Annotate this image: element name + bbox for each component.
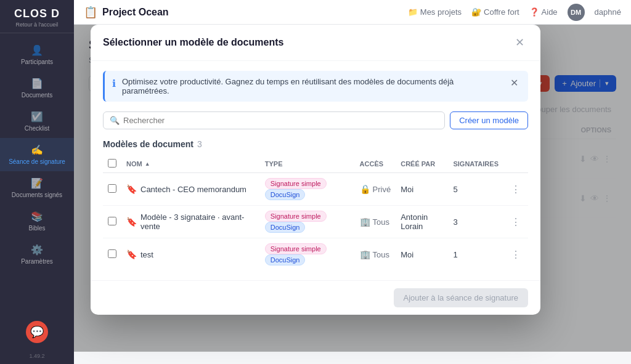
sig-badge-0: Signature simple — [265, 178, 327, 189]
sidebar-item-bibles[interactable]: 📚 Bibles — [0, 204, 74, 238]
documents-icon: 📄 — [31, 78, 43, 89]
sidebar-item-label: Bibles — [28, 225, 45, 232]
modal-overlay: Sélectionner un modèle de documents ✕ ℹ … — [74, 25, 631, 352]
col-check — [103, 155, 121, 173]
access-icon-2: 🏢 — [360, 249, 370, 259]
modal-header: Sélectionner un modèle de documents ✕ — [91, 25, 540, 61]
model-name-1: Modèle - 3 signataire · avant-vente — [140, 212, 255, 231]
sidebar-logo[interactable]: CLOS D Retour à l'accueil — [0, 0, 74, 33]
sig-badge-2: Signature simple — [265, 243, 327, 254]
logo-back-label[interactable]: Retour à l'accueil — [6, 22, 68, 28]
modal-search-box[interactable]: 🔍 — [103, 111, 445, 129]
sidebar-item-documents[interactable]: 📄 Documents — [0, 71, 74, 105]
modal-title: Sélectionner un modèle de documents — [103, 37, 283, 48]
access-label-2: Tous — [373, 250, 389, 259]
info-banner-close-button[interactable]: ✕ — [508, 77, 521, 89]
models-count: 3 — [197, 139, 202, 149]
row-more-button-2[interactable]: ⋮ — [508, 248, 523, 261]
modal-search-icon: 🔍 — [110, 116, 120, 125]
access-cell-1: 🏢 Tous — [360, 217, 391, 227]
col-signataires-header: SIGNATAIRES — [448, 155, 503, 173]
table-row: 🔖 Modèle - 3 signataire · avant-vente Si… — [103, 206, 528, 238]
table-row: 🔖 test Signature simple DocuSign 🏢 Tous … — [103, 238, 528, 271]
documents-signes-icon: 📝 — [31, 177, 43, 189]
access-icon-1: 🏢 — [360, 217, 370, 227]
project-title: Project Ocean — [102, 7, 169, 18]
row-more-button-1[interactable]: ⋮ — [508, 216, 523, 229]
sig-badge-1: Signature simple — [265, 211, 327, 222]
row-checkbox-0[interactable] — [108, 184, 116, 193]
sidebar: CLOS D Retour à l'accueil 👤 Participants… — [0, 0, 74, 364]
cree-par-1: Antonin Lorain — [396, 206, 448, 238]
table-row: 🔖 Cantech - CEO memorandum Signature sim… — [103, 173, 528, 206]
info-banner-text: Optimisez votre productivité. Gagnez du … — [122, 77, 502, 95]
topbar-right: 📁 Mes projets 🔐 Coffre fort ❓ Aide DM da… — [408, 4, 621, 21]
bibles-icon: 📚 — [31, 211, 43, 222]
logo-text: CLOS D — [6, 7, 68, 20]
sidebar-item-label: Documents signés — [12, 192, 62, 198]
ds-badge-1: DocuSign — [265, 222, 306, 233]
sidebar-item-participants[interactable]: 👤 Participants — [0, 38, 74, 71]
access-label-1: Tous — [373, 217, 389, 227]
modal-search-input[interactable] — [123, 116, 438, 125]
user-name-label[interactable]: daphné — [595, 7, 621, 17]
ds-badge-0: DocuSign — [265, 189, 306, 200]
chat-button[interactable]: 💬 — [26, 321, 48, 343]
access-icon-0: 🔒 — [360, 184, 370, 194]
sidebar-item-parametres[interactable]: ⚙️ Paramètres — [0, 238, 74, 271]
access-cell-2: 🏢 Tous — [360, 249, 391, 259]
main-content: 📋 Project Ocean 📁 Mes projets 🔐 Coffre f… — [74, 0, 631, 364]
col-cree-par-header: CRÉÉ PAR — [396, 155, 448, 173]
select-all-checkbox[interactable] — [108, 159, 116, 168]
sidebar-item-label: Checklist — [25, 125, 50, 132]
sidebar-item-documents-signes[interactable]: 📝 Documents signés — [0, 171, 74, 204]
models-table-body: 🔖 Cantech - CEO memorandum Signature sim… — [103, 173, 528, 271]
models-section-title: Modèles de document 3 — [103, 139, 528, 149]
model-name-2: test — [140, 250, 153, 259]
access-label-0: Privé — [373, 185, 391, 194]
signataires-0: 5 — [448, 173, 503, 206]
topbar-left: 📋 Project Ocean — [84, 6, 401, 19]
sidebar-item-label: Paramètres — [21, 258, 53, 265]
col-acces-header: ACCÈS — [355, 155, 396, 173]
version-label: 1.49.2 — [24, 348, 49, 364]
sidebar-item-checklist[interactable]: ☑️ Checklist — [0, 105, 74, 138]
ds-badge-2: DocuSign — [265, 254, 306, 265]
coffre-fort-link[interactable]: 🔐 Coffre fort — [471, 7, 519, 17]
aide-icon: ❓ — [529, 7, 539, 17]
modal-footer: Ajouter à la séance de signature — [91, 280, 540, 315]
user-avatar[interactable]: DM — [568, 4, 585, 21]
topbar: 📋 Project Ocean 📁 Mes projets 🔐 Coffre f… — [74, 0, 631, 25]
table-header-row: NOM ▲ TYPE ACCÈS CRÉÉ PAR SIGNATAIRES — [103, 155, 528, 173]
sort-icon: ▲ — [145, 161, 150, 167]
row-more-button-0[interactable]: ⋮ — [508, 183, 523, 196]
info-banner: ℹ Optimisez votre productivité. Gagnez d… — [103, 71, 528, 102]
mes-projets-link[interactable]: 📁 Mes projets — [408, 7, 462, 17]
page-content: Séance de signature Signez rapidement et… — [74, 25, 631, 364]
row-checkbox-2[interactable] — [108, 249, 116, 258]
modal-close-button[interactable]: ✕ — [511, 34, 528, 51]
cree-par-2: Moi — [396, 238, 448, 271]
add-to-session-button[interactable]: Ajouter à la séance de signature — [394, 288, 528, 307]
seance-signature-icon: ✍️ — [31, 144, 43, 156]
sidebar-item-label: Participants — [21, 59, 53, 65]
sidebar-nav: 👤 Participants 📄 Documents ☑️ Checklist … — [0, 33, 74, 316]
participants-icon: 👤 — [31, 44, 43, 56]
coffre-fort-icon: 🔐 — [471, 7, 481, 17]
aide-link[interactable]: ❓ Aide — [529, 7, 558, 17]
model-name-0: Cantech - CEO memorandum — [140, 185, 246, 194]
nom-header-text: NOM — [126, 160, 142, 168]
create-model-button[interactable]: Créer un modèle — [450, 111, 528, 129]
sidebar-item-label: Documents — [22, 92, 53, 99]
modal-search-row: 🔍 Créer un modèle — [103, 111, 528, 129]
col-actions-header — [503, 155, 528, 173]
sidebar-item-seance-signature[interactable]: ✍️ Séance de signature — [0, 138, 74, 171]
modal-select-model: Sélectionner un modèle de documents ✕ ℹ … — [91, 25, 540, 315]
doc-model-icon-2: 🔖 — [126, 249, 137, 259]
parametres-icon: ⚙️ — [31, 244, 43, 256]
models-table: NOM ▲ TYPE ACCÈS CRÉÉ PAR SIGNATAIRES — [103, 155, 528, 270]
folder-icon: 📁 — [408, 7, 418, 17]
row-checkbox-1[interactable] — [108, 217, 116, 225]
doc-model-icon-0: 🔖 — [126, 184, 137, 194]
sidebar-item-label: Séance de signature — [9, 158, 65, 165]
